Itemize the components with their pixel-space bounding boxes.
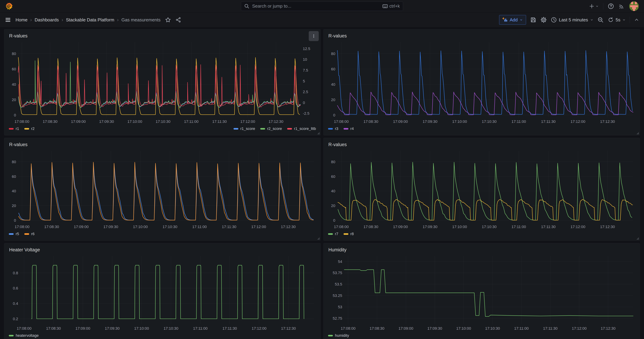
svg-text:0: 0: [14, 113, 16, 117]
breadcrumb-separator: ›: [30, 17, 32, 22]
time-range-picker[interactable]: Last 5 minutes: [551, 17, 593, 23]
timeseries-chart[interactable]: 17:08:0017:08:3017:09:0017:09:3017:10:00…: [7, 40, 318, 125]
panel-title[interactable]: R-values: [326, 141, 637, 148]
panel-r-values-3: R-values 17:08:0017:08:3017:09:0017:09:3…: [4, 138, 320, 241]
svg-text:17:09:00: 17:09:00: [74, 224, 89, 229]
legend-swatch: [328, 233, 333, 235]
svg-text:17:12:30: 17:12:30: [600, 120, 615, 124]
breadcrumb-folder[interactable]: Stackable Data Platform: [66, 17, 114, 22]
svg-text:17:08:00: 17:08:00: [14, 120, 29, 124]
legend-label: heatervoltage: [16, 333, 39, 338]
grafana-logo[interactable]: [5, 2, 13, 10]
refresh-icon: [608, 17, 614, 23]
search-shortcut: ctrl+k: [382, 4, 400, 9]
refresh-interval-label: 5s: [616, 17, 620, 22]
svg-text:17:12:00: 17:12:00: [570, 120, 585, 124]
resize-handle[interactable]: [636, 132, 639, 134]
svg-text:0: 0: [14, 218, 16, 222]
help-button[interactable]: [608, 3, 614, 9]
svg-text:17:08:00: 17:08:00: [334, 224, 349, 229]
timeseries-chart[interactable]: 17:08:0017:08:3017:09:0017:09:3017:10:00…: [7, 254, 318, 332]
divider: [603, 3, 603, 10]
resize-handle[interactable]: [636, 237, 639, 240]
help-icon: [608, 3, 614, 9]
timeseries-chart[interactable]: 17:08:0017:08:3017:09:0017:09:3017:10:00…: [326, 40, 637, 125]
panel-menu-button[interactable]: [309, 31, 319, 41]
time-range-label: Last 5 minutes: [559, 17, 588, 22]
legend-swatch: [344, 233, 348, 235]
svg-text:17:10:00: 17:10:00: [452, 120, 467, 124]
collapse-toolbar-button[interactable]: [634, 17, 639, 22]
svg-text:17:10:00: 17:10:00: [128, 120, 142, 124]
news-button[interactable]: [618, 3, 625, 9]
breadcrumb-dashboards[interactable]: Dashboards: [35, 17, 59, 22]
svg-text:17:10:30: 17:10:30: [485, 326, 500, 330]
svg-text:17:10:30: 17:10:30: [164, 326, 178, 330]
svg-text:40: 40: [12, 82, 16, 86]
legend-item-r8[interactable]: r8: [344, 232, 354, 236]
avatar[interactable]: [629, 2, 639, 11]
legend-item-r1[interactable]: r1: [9, 126, 19, 131]
panel-legend: heatervoltage: [7, 332, 318, 339]
panel-legend: r1r2r1_scorer2_scorer1_score_lttb: [7, 125, 318, 132]
legend-item-r3[interactable]: r3: [328, 126, 338, 131]
legend-item-r5[interactable]: r5: [9, 232, 19, 236]
timeseries-chart[interactable]: 17:08:0017:08:3017:09:0017:09:3017:10:00…: [326, 148, 637, 230]
refresh-picker[interactable]: 5s: [608, 17, 626, 23]
add-panel-button[interactable]: Add: [499, 15, 526, 25]
svg-text:17:08:00: 17:08:00: [17, 326, 32, 330]
svg-text:17:12:00: 17:12:00: [251, 224, 266, 229]
legend-item-r1_score[interactable]: r1_score: [234, 126, 255, 131]
resize-handle[interactable]: [317, 132, 320, 134]
save-dashboard-button[interactable]: [530, 17, 536, 23]
svg-text:17:10:00: 17:10:00: [456, 326, 471, 330]
svg-text:17:08:30: 17:08:30: [46, 326, 61, 330]
legend-swatch: [328, 128, 333, 130]
panel-title[interactable]: Humidity: [326, 246, 637, 254]
global-search[interactable]: ctrl+k: [241, 2, 403, 11]
svg-text:53: 53: [338, 305, 342, 309]
panel-title[interactable]: R-values: [7, 141, 318, 148]
new-menu-button[interactable]: [589, 4, 599, 9]
legend-item-r1_score_lttb[interactable]: r1_score_lttb: [287, 126, 316, 131]
svg-text:17:12:00: 17:12:00: [570, 224, 585, 229]
gear-icon: [540, 17, 547, 23]
breadcrumb-home[interactable]: Home: [16, 17, 28, 22]
panel-title[interactable]: Heater Voltage: [7, 246, 318, 254]
dashboard-settings-button[interactable]: [540, 17, 547, 23]
favorite-button[interactable]: [165, 17, 171, 23]
legend-swatch: [24, 233, 29, 235]
mega-menu-button[interactable]: [5, 17, 11, 23]
breadcrumb-separator: ›: [62, 17, 63, 22]
legend-item-r2_score[interactable]: r2_score: [260, 126, 282, 131]
timeseries-chart[interactable]: 17:08:0017:08:3017:09:0017:09:3017:10:00…: [326, 254, 637, 332]
zoom-out-button[interactable]: [598, 17, 604, 23]
legend-label: r2: [31, 126, 35, 131]
panel-heater-voltage: Heater Voltage 17:08:0017:08:3017:09:001…: [4, 243, 320, 339]
svg-text:60: 60: [331, 67, 335, 71]
svg-text:17:10:00: 17:10:00: [133, 224, 148, 229]
resize-handle[interactable]: [317, 237, 320, 240]
svg-text:54: 54: [338, 260, 342, 264]
search-input[interactable]: [252, 3, 380, 9]
legend-swatch: [9, 128, 14, 130]
svg-text:20: 20: [331, 204, 335, 208]
svg-text:40: 40: [12, 189, 16, 193]
legend-item-r4[interactable]: r4: [344, 126, 354, 131]
svg-text:2.5: 2.5: [303, 90, 308, 94]
panel-title[interactable]: R-values: [326, 32, 637, 40]
legend-item-r2[interactable]: r2: [24, 126, 35, 131]
svg-text:0: 0: [333, 218, 335, 222]
svg-text:40: 40: [331, 82, 335, 86]
legend-item-heatervoltage[interactable]: heatervoltage: [9, 333, 39, 338]
svg-text:17:08:30: 17:08:30: [370, 326, 384, 330]
legend-item-r7[interactable]: r7: [328, 232, 338, 236]
timeseries-chart[interactable]: 17:08:0017:08:3017:09:0017:09:3017:10:00…: [7, 148, 318, 230]
legend-item-r6[interactable]: r6: [24, 232, 35, 236]
legend-item-humidity[interactable]: humidity: [328, 333, 349, 338]
svg-text:17:11:30: 17:11:30: [222, 224, 236, 229]
legend-swatch: [344, 128, 348, 130]
share-button[interactable]: [176, 17, 181, 23]
svg-text:53.5: 53.5: [335, 282, 342, 286]
panel-title[interactable]: R-values: [7, 32, 318, 40]
